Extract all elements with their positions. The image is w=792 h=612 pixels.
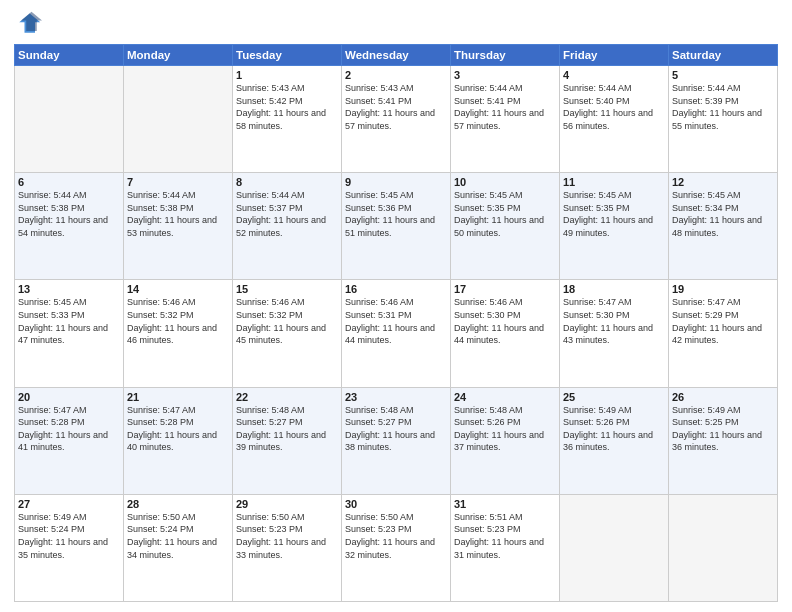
- weekday-header-monday: Monday: [124, 45, 233, 66]
- calendar-cell: 25Sunrise: 5:49 AMSunset: 5:26 PMDayligh…: [560, 387, 669, 494]
- calendar-cell: 6Sunrise: 5:44 AMSunset: 5:38 PMDaylight…: [15, 173, 124, 280]
- day-number: 7: [127, 176, 229, 188]
- day-number: 9: [345, 176, 447, 188]
- day-info: Sunrise: 5:51 AMSunset: 5:23 PMDaylight:…: [454, 511, 556, 561]
- calendar-table: SundayMondayTuesdayWednesdayThursdayFrid…: [14, 44, 778, 602]
- day-number: 4: [563, 69, 665, 81]
- calendar-cell: [669, 494, 778, 601]
- day-number: 15: [236, 283, 338, 295]
- calendar-cell: 28Sunrise: 5:50 AMSunset: 5:24 PMDayligh…: [124, 494, 233, 601]
- weekday-header-thursday: Thursday: [451, 45, 560, 66]
- logo: [14, 10, 46, 38]
- day-info: Sunrise: 5:50 AMSunset: 5:23 PMDaylight:…: [345, 511, 447, 561]
- calendar-cell: 12Sunrise: 5:45 AMSunset: 5:34 PMDayligh…: [669, 173, 778, 280]
- day-info: Sunrise: 5:49 AMSunset: 5:24 PMDaylight:…: [18, 511, 120, 561]
- weekday-header-wednesday: Wednesday: [342, 45, 451, 66]
- calendar-cell: 2Sunrise: 5:43 AMSunset: 5:41 PMDaylight…: [342, 66, 451, 173]
- day-number: 11: [563, 176, 665, 188]
- page: SundayMondayTuesdayWednesdayThursdayFrid…: [0, 0, 792, 612]
- day-number: 23: [345, 391, 447, 403]
- weekday-header-row: SundayMondayTuesdayWednesdayThursdayFrid…: [15, 45, 778, 66]
- calendar-cell: 11Sunrise: 5:45 AMSunset: 5:35 PMDayligh…: [560, 173, 669, 280]
- day-info: Sunrise: 5:44 AMSunset: 5:38 PMDaylight:…: [18, 189, 120, 239]
- day-number: 12: [672, 176, 774, 188]
- calendar-cell: 23Sunrise: 5:48 AMSunset: 5:27 PMDayligh…: [342, 387, 451, 494]
- day-info: Sunrise: 5:47 AMSunset: 5:29 PMDaylight:…: [672, 296, 774, 346]
- calendar-cell: 30Sunrise: 5:50 AMSunset: 5:23 PMDayligh…: [342, 494, 451, 601]
- day-info: Sunrise: 5:46 AMSunset: 5:32 PMDaylight:…: [236, 296, 338, 346]
- day-info: Sunrise: 5:45 AMSunset: 5:35 PMDaylight:…: [454, 189, 556, 239]
- day-number: 30: [345, 498, 447, 510]
- calendar-cell: 7Sunrise: 5:44 AMSunset: 5:38 PMDaylight…: [124, 173, 233, 280]
- calendar-cell: 3Sunrise: 5:44 AMSunset: 5:41 PMDaylight…: [451, 66, 560, 173]
- day-info: Sunrise: 5:44 AMSunset: 5:40 PMDaylight:…: [563, 82, 665, 132]
- logo-icon: [14, 10, 42, 38]
- day-info: Sunrise: 5:50 AMSunset: 5:23 PMDaylight:…: [236, 511, 338, 561]
- day-number: 6: [18, 176, 120, 188]
- day-info: Sunrise: 5:44 AMSunset: 5:39 PMDaylight:…: [672, 82, 774, 132]
- day-number: 3: [454, 69, 556, 81]
- day-number: 17: [454, 283, 556, 295]
- day-number: 28: [127, 498, 229, 510]
- calendar-cell: 16Sunrise: 5:46 AMSunset: 5:31 PMDayligh…: [342, 280, 451, 387]
- day-number: 5: [672, 69, 774, 81]
- day-number: 25: [563, 391, 665, 403]
- calendar-cell: 15Sunrise: 5:46 AMSunset: 5:32 PMDayligh…: [233, 280, 342, 387]
- day-info: Sunrise: 5:48 AMSunset: 5:26 PMDaylight:…: [454, 404, 556, 454]
- calendar-cell: [124, 66, 233, 173]
- weekday-header-saturday: Saturday: [669, 45, 778, 66]
- day-info: Sunrise: 5:44 AMSunset: 5:38 PMDaylight:…: [127, 189, 229, 239]
- day-number: 27: [18, 498, 120, 510]
- calendar-cell: [15, 66, 124, 173]
- calendar-cell: 20Sunrise: 5:47 AMSunset: 5:28 PMDayligh…: [15, 387, 124, 494]
- day-info: Sunrise: 5:45 AMSunset: 5:33 PMDaylight:…: [18, 296, 120, 346]
- calendar-cell: [560, 494, 669, 601]
- week-row-4: 20Sunrise: 5:47 AMSunset: 5:28 PMDayligh…: [15, 387, 778, 494]
- calendar-cell: 19Sunrise: 5:47 AMSunset: 5:29 PMDayligh…: [669, 280, 778, 387]
- day-number: 29: [236, 498, 338, 510]
- calendar-cell: 14Sunrise: 5:46 AMSunset: 5:32 PMDayligh…: [124, 280, 233, 387]
- day-number: 20: [18, 391, 120, 403]
- day-info: Sunrise: 5:48 AMSunset: 5:27 PMDaylight:…: [236, 404, 338, 454]
- calendar-cell: 1Sunrise: 5:43 AMSunset: 5:42 PMDaylight…: [233, 66, 342, 173]
- calendar-cell: 21Sunrise: 5:47 AMSunset: 5:28 PMDayligh…: [124, 387, 233, 494]
- header: [14, 10, 778, 38]
- calendar-cell: 10Sunrise: 5:45 AMSunset: 5:35 PMDayligh…: [451, 173, 560, 280]
- day-number: 22: [236, 391, 338, 403]
- day-number: 13: [18, 283, 120, 295]
- day-info: Sunrise: 5:48 AMSunset: 5:27 PMDaylight:…: [345, 404, 447, 454]
- day-info: Sunrise: 5:45 AMSunset: 5:35 PMDaylight:…: [563, 189, 665, 239]
- day-info: Sunrise: 5:50 AMSunset: 5:24 PMDaylight:…: [127, 511, 229, 561]
- day-info: Sunrise: 5:46 AMSunset: 5:30 PMDaylight:…: [454, 296, 556, 346]
- calendar-cell: 17Sunrise: 5:46 AMSunset: 5:30 PMDayligh…: [451, 280, 560, 387]
- day-number: 31: [454, 498, 556, 510]
- day-info: Sunrise: 5:47 AMSunset: 5:30 PMDaylight:…: [563, 296, 665, 346]
- day-info: Sunrise: 5:46 AMSunset: 5:31 PMDaylight:…: [345, 296, 447, 346]
- calendar-cell: 9Sunrise: 5:45 AMSunset: 5:36 PMDaylight…: [342, 173, 451, 280]
- day-info: Sunrise: 5:47 AMSunset: 5:28 PMDaylight:…: [127, 404, 229, 454]
- calendar-cell: 24Sunrise: 5:48 AMSunset: 5:26 PMDayligh…: [451, 387, 560, 494]
- day-number: 19: [672, 283, 774, 295]
- calendar-cell: 29Sunrise: 5:50 AMSunset: 5:23 PMDayligh…: [233, 494, 342, 601]
- day-info: Sunrise: 5:45 AMSunset: 5:36 PMDaylight:…: [345, 189, 447, 239]
- weekday-header-tuesday: Tuesday: [233, 45, 342, 66]
- day-number: 26: [672, 391, 774, 403]
- weekday-header-friday: Friday: [560, 45, 669, 66]
- day-info: Sunrise: 5:43 AMSunset: 5:41 PMDaylight:…: [345, 82, 447, 132]
- calendar-cell: 4Sunrise: 5:44 AMSunset: 5:40 PMDaylight…: [560, 66, 669, 173]
- day-number: 2: [345, 69, 447, 81]
- day-info: Sunrise: 5:44 AMSunset: 5:37 PMDaylight:…: [236, 189, 338, 239]
- calendar-cell: 27Sunrise: 5:49 AMSunset: 5:24 PMDayligh…: [15, 494, 124, 601]
- week-row-3: 13Sunrise: 5:45 AMSunset: 5:33 PMDayligh…: [15, 280, 778, 387]
- day-number: 14: [127, 283, 229, 295]
- calendar-cell: 22Sunrise: 5:48 AMSunset: 5:27 PMDayligh…: [233, 387, 342, 494]
- calendar-cell: 13Sunrise: 5:45 AMSunset: 5:33 PMDayligh…: [15, 280, 124, 387]
- day-info: Sunrise: 5:49 AMSunset: 5:25 PMDaylight:…: [672, 404, 774, 454]
- day-info: Sunrise: 5:45 AMSunset: 5:34 PMDaylight:…: [672, 189, 774, 239]
- day-number: 24: [454, 391, 556, 403]
- day-info: Sunrise: 5:49 AMSunset: 5:26 PMDaylight:…: [563, 404, 665, 454]
- day-number: 16: [345, 283, 447, 295]
- day-number: 1: [236, 69, 338, 81]
- day-info: Sunrise: 5:46 AMSunset: 5:32 PMDaylight:…: [127, 296, 229, 346]
- day-number: 18: [563, 283, 665, 295]
